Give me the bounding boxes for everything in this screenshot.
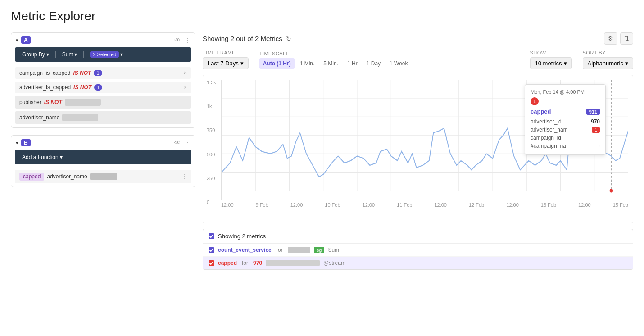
metric-capped-placeholder <box>266 260 320 266</box>
sortby-chevron: ▾ <box>625 60 628 67</box>
right-panel: Showing 2 out of 2 Metrics ↻ ⚙ ⇅ Time Fr… <box>203 32 633 270</box>
selected-button[interactable]: 2 Selected ▾ <box>86 50 127 59</box>
add-function-label: Add a Function <box>22 154 59 160</box>
filter-row-publisher: publisher IS NOT <box>15 96 191 109</box>
metric-capped-checkbox[interactable] <box>209 260 214 266</box>
x-label-9feb: 9 Feb <box>256 202 268 208</box>
filter-campaign-x[interactable]: × <box>184 70 187 76</box>
block-a-actions: 👁 ⋮ <box>174 36 190 44</box>
timescale-5min-btn[interactable]: 5 Min. <box>320 58 342 69</box>
timescale-1day-btn[interactable]: 1 Day <box>363 58 384 69</box>
b-row-dots[interactable]: ⋮ <box>181 173 187 180</box>
timeframe-chevron: ▾ <box>240 60 244 67</box>
sortby-dropdown[interactable]: Alphanumeric ▾ <box>583 57 634 69</box>
chart-tooltip: Mon, Feb 14 @ 4:00 PM 1 capped 911 adver… <box>525 84 606 155</box>
metric-capped-name: capped <box>218 260 237 266</box>
block-b-toolbar: Add a Function ▾ <box>15 150 191 164</box>
y-label-0: 0 <box>207 200 218 205</box>
chart-y-labels: 0 250 500 750 1k 1.3k <box>203 80 221 205</box>
metrics-list-header: Showing 2 metrics <box>203 229 633 244</box>
controls-bar: Time Frame Last 7 Days ▾ Timescale Auto … <box>203 50 633 69</box>
x-label-1200-2: 12:00 <box>290 202 303 208</box>
filter-adv-name-field: advertiser_name <box>19 114 59 121</box>
b-filter-row: capped advertiser_name ⋮ <box>15 170 191 183</box>
show-chevron: ▾ <box>564 60 567 67</box>
block-a-eye-icon[interactable]: 👁 <box>174 36 181 44</box>
b-adv-name-field: advertiser_name <box>47 173 87 180</box>
tooltip-adv-id-val: 970 <box>591 118 600 125</box>
query-block-a: ▾ A 👁 ⋮ Group By ▾ Sum <box>11 32 195 128</box>
block-a-toolbar: Group By ▾ Sum ▾ 2 Selected ▾ <box>15 47 191 62</box>
sortby-value: Alphanumeric <box>588 60 624 67</box>
tooltip-val-badge: 911 <box>586 109 600 115</box>
sortby-group: Sort by Alphanumeric ▾ <box>583 50 634 69</box>
timeframe-buttons: Last 7 Days ▾ <box>203 57 249 69</box>
timescale-group: Timescale Auto (1 Hr) 1 Min. 5 Min. 1 Hr… <box>259 51 412 69</box>
timeframe-dropdown[interactable]: Last 7 Days ▾ <box>203 57 249 69</box>
filter-campaign-field: campaign_is_capped <box>19 70 70 76</box>
group-by-chevron: ▾ <box>46 51 49 58</box>
metric-item-count: count_event_service for sg Sum <box>203 244 633 257</box>
metric-count-tag: sg <box>314 247 325 253</box>
tooltip-row-camp-id: campaign_id <box>531 134 600 142</box>
b-capped-tag: capped <box>19 173 44 181</box>
toolbar-separator-2 <box>83 51 84 58</box>
show-dropdown[interactable]: 10 metrics ▾ <box>530 57 572 69</box>
selected-badge: 2 Selected <box>90 51 119 58</box>
timescale-1hr-btn[interactable]: 1 Hr <box>344 58 361 69</box>
block-b-header: ▾ B 👁 ⋮ <box>11 136 195 150</box>
filter-advertiser-count: 1 <box>94 84 102 91</box>
x-label-13feb: 13 Feb <box>541 202 556 208</box>
filter-advertiser-x[interactable]: × <box>184 84 187 91</box>
query-block-b: ▾ B 👁 ⋮ Add a Function ▾ <box>11 135 195 187</box>
sum-button[interactable]: Sum ▾ <box>59 50 81 59</box>
sum-label: Sum <box>62 51 73 58</box>
svg-point-17 <box>610 189 613 192</box>
show-label: Show <box>530 50 572 55</box>
timeframe-label: Time Frame <box>203 50 249 55</box>
tooltip-row-adv-id: advertiser_id 970 <box>531 118 600 126</box>
arrows-button[interactable]: ⇅ <box>620 32 633 45</box>
refresh-icon[interactable]: ↻ <box>286 35 291 42</box>
filter-publisher-op: IS NOT <box>44 99 62 105</box>
y-label-500: 500 <box>207 152 218 157</box>
x-label-1200-3: 12:00 <box>363 202 375 208</box>
timescale-1min-btn[interactable]: 1 Min. <box>296 58 318 69</box>
metric-count-func: Sum <box>328 247 339 253</box>
timeframe-group: Time Frame Last 7 Days ▾ <box>203 50 249 69</box>
block-a-chevron[interactable]: ▾ <box>16 37 18 43</box>
metrics-list-title: Showing 2 metrics <box>218 233 266 240</box>
metric-count-checkbox[interactable] <box>209 247 214 253</box>
add-function-chevron: ▾ <box>60 154 63 160</box>
tooltip-adv-id-label: advertiser_id <box>531 118 562 125</box>
timescale-auto-btn[interactable]: Auto (1 Hr) <box>259 58 295 69</box>
group-by-button[interactable]: Group By ▾ <box>18 50 53 59</box>
metrics-actions: ⚙ ⇅ <box>604 32 633 45</box>
timescale-label: Timescale <box>259 51 412 56</box>
toolbar-separator-1 <box>55 51 56 58</box>
timescale-1week-btn[interactable]: 1 Week <box>386 58 411 69</box>
show-value: 10 metrics <box>535 60 562 67</box>
show-group: Show 10 metrics ▾ <box>530 50 572 69</box>
settings-button[interactable]: ⚙ <box>604 32 617 45</box>
block-b-actions: 👁 ⋮ <box>174 139 190 146</box>
y-label-1-3k: 1.3k <box>207 80 218 85</box>
block-b-dots-icon[interactable]: ⋮ <box>184 139 190 146</box>
filter-publisher-input[interactable] <box>65 99 101 106</box>
block-a-dots-icon[interactable]: ⋮ <box>184 36 190 44</box>
metrics-all-checkbox[interactable] <box>209 233 214 239</box>
add-function-button[interactable]: Add a Function ▾ <box>18 153 66 162</box>
tooltip-row-adv-name: advertiser_nam 1 <box>531 126 600 134</box>
left-panel: ▾ A 👁 ⋮ Group By ▾ Sum <box>11 32 195 270</box>
sum-chevron: ▾ <box>74 51 77 58</box>
block-b-chevron[interactable]: ▾ <box>16 140 18 146</box>
block-b-label: ▾ B <box>16 139 31 146</box>
block-a-label: ▾ A <box>16 36 31 44</box>
y-label-1k: 1k <box>207 104 218 109</box>
block-a-header: ▾ A 👁 ⋮ <box>11 33 195 47</box>
block-b-eye-icon[interactable]: 👁 <box>174 139 181 146</box>
filter-adv-name-input[interactable] <box>62 114 98 121</box>
tooltip-row-camp-name: #campaign_na › <box>531 142 600 150</box>
page-title: Metric Explorer <box>11 9 633 23</box>
metrics-list: Showing 2 metrics count_event_service fo… <box>203 229 633 270</box>
